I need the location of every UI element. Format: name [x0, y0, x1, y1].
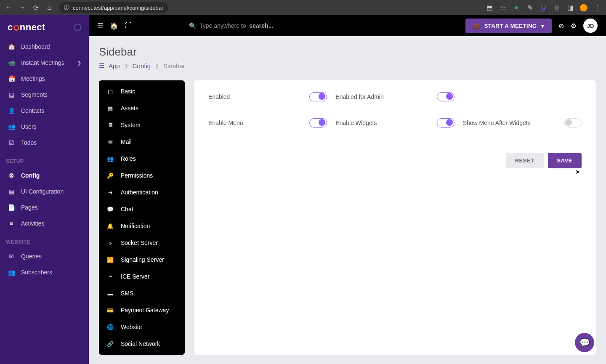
browser-install-icon[interactable]: ⬒: [484, 2, 495, 13]
breadcrumb-menu-icon[interactable]: ☰: [99, 62, 104, 69]
home-icon[interactable]: 🏠: [110, 22, 118, 30]
browser-home-icon[interactable]: ⌂: [44, 2, 55, 13]
sidebar-item-activities[interactable]: ≡Activities: [0, 215, 89, 231]
browser-forward-icon[interactable]: →: [17, 2, 28, 13]
config-nav-assets[interactable]: ▦Assets: [99, 100, 185, 117]
browser-reload-icon[interactable]: ⟳: [30, 2, 41, 13]
page-title: Sidebar: [99, 45, 596, 58]
config-nav-social-network[interactable]: 🔗Social Network: [99, 335, 185, 352]
check-circle-icon[interactable]: ⊘: [558, 22, 564, 30]
config-nav-chat[interactable]: 💬Chat: [99, 201, 185, 218]
start-meeting-button[interactable]: 💼 START A MEETING ▾: [465, 19, 552, 33]
fullscreen-icon[interactable]: ⛶: [125, 22, 132, 29]
config-nav-ice-server[interactable]: ⚭ICE Server: [99, 268, 185, 285]
extension-green-icon[interactable]: ●: [511, 2, 522, 13]
toggle-show-after-widgets[interactable]: [564, 118, 582, 128]
key-icon: 🔑: [106, 173, 114, 179]
sidebar-item-label: Activities: [21, 220, 44, 227]
config-nav-mail[interactable]: ✉Mail: [99, 133, 185, 150]
sidebar-item-meetings[interactable]: 📅Meetings: [0, 71, 89, 87]
sidebar-item-label: Segments: [21, 91, 48, 98]
chevron-right-icon: ❯: [124, 63, 128, 69]
toggle-enable-menu[interactable]: [309, 118, 327, 128]
config-nav-roles[interactable]: 👥Roles: [99, 150, 185, 167]
search-placeholder: Type anywhere to: [199, 22, 246, 29]
menu-icon[interactable]: ☰: [97, 22, 103, 30]
toggle-row-enabled: Enabled: [208, 92, 327, 101]
profile-icon[interactable]: 🟠: [578, 2, 589, 13]
toggle-enabled-admin[interactable]: [437, 92, 454, 101]
bell-icon: 🔔: [106, 223, 114, 229]
search-placeholder-strong: search...: [250, 22, 274, 29]
extensions-icon[interactable]: ⊞: [551, 2, 562, 13]
sidebar-item-users[interactable]: 👥Users: [0, 119, 89, 135]
sidebar-item-config[interactable]: ⚙Config: [0, 167, 89, 183]
sidebar-heading-website: WEBSITE: [0, 231, 89, 248]
save-button[interactable]: SAVE: [548, 153, 582, 168]
global-search[interactable]: 🔍 Type anywhere to search...: [189, 22, 273, 29]
config-nav-label: Signaling Server: [121, 256, 164, 263]
toggle-row-enable-menu: Enable Menu: [208, 118, 327, 128]
config-nav-authentication[interactable]: ➜Authentication: [99, 184, 185, 201]
mail-icon: ✉: [8, 253, 15, 260]
toggle-enable-widgets[interactable]: [437, 118, 454, 128]
extension-pen-icon[interactable]: ✎: [524, 2, 535, 13]
chat-fab[interactable]: 💬: [575, 333, 594, 352]
config-nav-system[interactable]: 🖥System: [99, 117, 185, 133]
user-icon: 👤: [8, 107, 15, 114]
side-panel-icon[interactable]: ◨: [565, 2, 576, 13]
site-info-icon[interactable]: ⓘ: [64, 4, 69, 11]
list-icon: ≡: [8, 220, 15, 227]
address-bar[interactable]: ⓘ connect.test/app/panel/config/sidebar: [59, 2, 168, 13]
login-icon: ➜: [106, 189, 114, 196]
sidebar-item-segments[interactable]: ▤Segments: [0, 87, 89, 103]
config-nav-payment-gateway[interactable]: 💳Payment Gateway: [99, 302, 185, 319]
config-nav-basic[interactable]: ▢Basic: [99, 83, 185, 100]
sidebar-item-label: Todos: [21, 139, 37, 146]
config-nav-label: Chat: [121, 206, 133, 213]
breadcrumb-config[interactable]: Config: [133, 62, 151, 69]
sidebar-collapse-icon[interactable]: [74, 24, 81, 31]
browser-back-icon[interactable]: ←: [3, 2, 14, 13]
sidebar-item-label: Subscribers: [21, 269, 52, 276]
breadcrumb-app[interactable]: App: [109, 62, 120, 69]
sidebar-item-queries[interactable]: ✉Queries: [0, 248, 89, 264]
sidebar-item-instant-meetings[interactable]: 📹Instant Meetings❯: [0, 55, 89, 71]
browser-bookmark-icon[interactable]: ☆: [497, 2, 508, 13]
config-nav-label: Payment Gateway: [121, 307, 169, 314]
toggle-label: Show Menu After Widgets: [463, 120, 531, 126]
config-nav-label: Assets: [121, 105, 138, 112]
config-nav-label: Permissions: [121, 172, 153, 179]
extension-v-icon[interactable]: ⋁: [538, 2, 549, 13]
sidebar-item-label: Instant Meetings: [21, 59, 64, 66]
config-nav-signaling-server[interactable]: 📶Signaling Server: [99, 251, 185, 268]
config-nav-label: Roles: [121, 155, 136, 162]
sidebar-item-dashboard[interactable]: 🏠Dashboard: [0, 39, 89, 55]
toggle-label: Enable Menu: [208, 120, 243, 126]
config-nav-permissions[interactable]: 🔑Permissions: [99, 167, 185, 184]
sidebar-item-label: Dashboard: [21, 43, 50, 50]
socket-icon: ⟐: [106, 240, 114, 246]
user-avatar[interactable]: JD: [583, 19, 598, 33]
config-nav-socket-server[interactable]: ⟐Socket Server: [99, 234, 185, 251]
mail-icon: ✉: [106, 139, 114, 145]
sidebar-item-todos[interactable]: ☑Todos: [0, 135, 89, 151]
sidebar-item-contacts[interactable]: 👤Contacts: [0, 103, 89, 119]
toggle-enabled[interactable]: [309, 92, 327, 101]
users-icon: 👥: [8, 269, 15, 276]
config-nav-website[interactable]: 🌐Website: [99, 319, 185, 335]
reset-button[interactable]: RESET: [506, 153, 544, 168]
sidebar-item-pages[interactable]: 📄Pages: [0, 199, 89, 215]
settings-icon[interactable]: ⚙: [571, 22, 577, 30]
video-icon: 📹: [8, 59, 15, 66]
app-logo[interactable]: cnnect: [8, 22, 45, 33]
config-nav-notification[interactable]: 🔔Notification: [99, 218, 185, 234]
sidebar-heading-setup: SETUP: [0, 151, 89, 167]
chevron-right-icon: ❯: [155, 63, 159, 69]
search-icon: 🔍: [189, 22, 196, 29]
sidebar-item-ui-configuration[interactable]: ▦UI Configuration: [0, 183, 89, 199]
config-nav-sms[interactable]: ▬SMS: [99, 285, 185, 302]
browser-menu-icon[interactable]: ⋮: [592, 2, 603, 13]
sidebar-item-subscribers[interactable]: 👥Subscribers: [0, 264, 89, 280]
config-nav-label: Mail: [121, 138, 132, 145]
